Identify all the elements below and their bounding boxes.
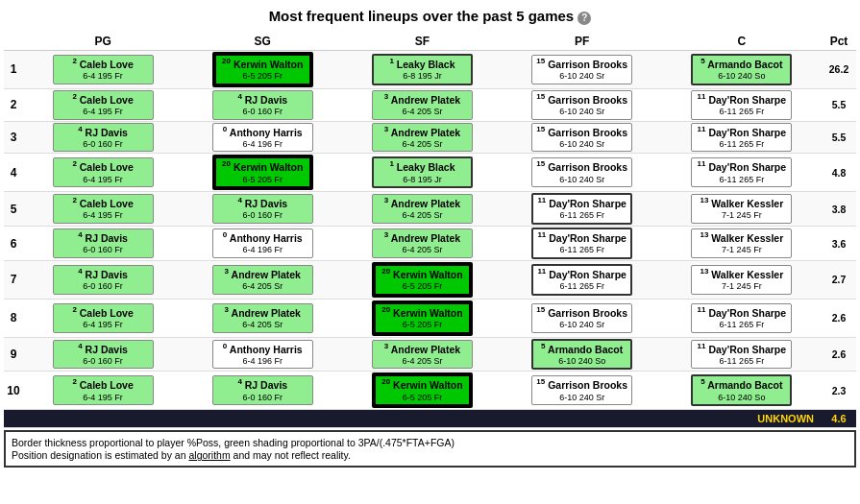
player-name: 0 Anthony Harris: [217, 230, 308, 245]
player-name: 13 Walker Kessler: [696, 230, 787, 245]
pct-cell: 26.2: [822, 51, 856, 89]
player-stats: 6-4 195 Fr: [58, 71, 149, 83]
player-stats: 6-0 160 Fr: [58, 281, 149, 293]
player-cell: 1 Leaky Black 6-8 195 Jr: [372, 156, 473, 188]
player-stats: 6-0 160 Fr: [58, 139, 149, 151]
player-stats: 6-4 195 Fr: [58, 320, 149, 331]
player-stats: 6-4 205 Sr: [377, 210, 468, 222]
sg-cell: 0 Anthony Harris 6-4 196 Fr: [183, 121, 342, 154]
player-name: 11 Day'Ron Sharpe: [537, 267, 627, 281]
c-cell: 11 Day'Ron Sharpe 6-11 265 Fr: [662, 121, 822, 154]
help-icon[interactable]: ?: [577, 12, 591, 25]
footer-label: UNKNOWN: [4, 410, 822, 428]
player-stats: 6-10 240 Sr: [536, 71, 627, 83]
player-name: 1 Leaky Black: [378, 57, 467, 71]
sg-cell: 20 Kerwin Walton 6-5 205 Fr: [183, 154, 342, 192]
player-cell: 3 Andrew Platek 6-4 205 Sr: [372, 228, 473, 258]
pg-cell: 2 Caleb Love 6-4 195 Fr: [23, 372, 183, 410]
pct-cell: 5.5: [822, 121, 856, 154]
player-cell: 11 Day'Ron Sharpe 6-11 265 Fr: [691, 303, 792, 333]
page-title: Most frequent lineups over the past 5 ga…: [4, 8, 856, 25]
player-name: 15 Garrison Brooks: [536, 92, 627, 107]
player-cell: 2 Caleb Love 6-4 195 Fr: [53, 90, 154, 120]
player-stats: 6-10 240 Sr: [536, 320, 627, 331]
player-stats: 6-0 160 Fr: [217, 107, 308, 118]
player-cell: 15 Garrison Brooks 6-10 240 Sr: [531, 123, 632, 153]
table-row: 10 2 Caleb Love 6-4 195 Fr 4 RJ Davis 6-…: [4, 372, 856, 410]
player-stats: 7-1 245 Fr: [696, 281, 787, 293]
sf-cell: 1 Leaky Black 6-8 195 Jr: [342, 154, 502, 192]
pct-cell: 5.5: [822, 88, 856, 121]
player-name: 11 Day'Ron Sharpe: [696, 342, 787, 356]
player-name: 11 Day'Ron Sharpe: [696, 125, 787, 139]
player-cell: 11 Day'Ron Sharpe 6-11 265 Fr: [691, 157, 792, 187]
player-name: 5 Armando Bacot: [697, 377, 786, 392]
main-container: Most frequent lineups over the past 5 ga…: [0, 0, 860, 471]
player-cell: 5 Armando Bacot 6-10 240 So: [691, 374, 792, 406]
sf-cell: 20 Kerwin Walton 6-5 205 Fr: [342, 260, 502, 299]
pf-cell: 15 Garrison Brooks 6-10 240 Sr: [503, 372, 662, 410]
sg-cell: 4 RJ Davis 6-0 160 Fr: [183, 192, 342, 227]
pf-cell: 11 Day'Ron Sharpe 6-11 265 Fr: [503, 227, 662, 261]
pf-cell: 15 Garrison Brooks 6-10 240 Sr: [503, 299, 662, 337]
player-stats: 6-4 205 Sr: [377, 107, 468, 118]
player-cell: 15 Garrison Brooks 6-10 240 Sr: [531, 375, 632, 405]
player-stats: 6-4 205 Sr: [377, 356, 468, 368]
player-stats: 6-4 195 Fr: [58, 175, 149, 186]
player-cell: 5 Armando Bacot 6-10 240 So: [531, 339, 632, 371]
player-stats: 6-4 205 Sr: [377, 245, 468, 256]
pg-cell: 2 Caleb Love 6-4 195 Fr: [23, 154, 183, 192]
player-cell: 4 RJ Davis 6-0 160 Fr: [53, 265, 154, 295]
player-cell: 13 Walker Kessler 7-1 245 Fr: [691, 228, 792, 258]
player-stats: 6-4 205 Sr: [217, 320, 308, 331]
pf-cell: 15 Garrison Brooks 6-10 240 Sr: [503, 154, 662, 192]
player-name: 4 RJ Davis: [58, 267, 149, 281]
player-cell: 11 Day'Ron Sharpe 6-11 265 Fr: [691, 340, 792, 370]
player-name: 15 Garrison Brooks: [536, 57, 627, 71]
player-name: 4 RJ Davis: [217, 196, 308, 210]
player-cell: 11 Day'Ron Sharpe 6-11 265 Fr: [531, 228, 632, 259]
player-cell: 3 Andrew Platek 6-4 205 Sr: [212, 265, 313, 295]
player-cell: 3 Andrew Platek 6-4 205 Sr: [372, 123, 473, 153]
player-stats: 6-11 265 Fr: [696, 175, 787, 186]
player-name: 5 Armando Bacot: [697, 57, 786, 71]
row-number: 4: [4, 154, 23, 192]
c-cell: 13 Walker Kessler 7-1 245 Fr: [662, 227, 822, 261]
table-row: 7 4 RJ Davis 6-0 160 Fr 3 Andrew Platek …: [4, 260, 856, 299]
sg-cell: 4 RJ Davis 6-0 160 Fr: [183, 88, 342, 121]
player-cell: 11 Day'Ron Sharpe 6-11 265 Fr: [691, 123, 792, 153]
player-name: 20 Kerwin Walton: [220, 159, 306, 174]
player-cell: 5 Armando Bacot 6-10 240 So: [691, 54, 792, 85]
c-cell: 11 Day'Ron Sharpe 6-11 265 Fr: [662, 154, 822, 192]
player-stats: 6-5 205 Fr: [380, 281, 465, 293]
row-number: 3: [4, 121, 23, 154]
player-name: 13 Walker Kessler: [696, 196, 787, 210]
player-cell: 0 Anthony Harris 6-4 196 Fr: [212, 123, 313, 153]
table-row: 1 2 Caleb Love 6-4 195 Fr 20 Kerwin Walt…: [4, 51, 856, 89]
player-stats: 6-11 265 Fr: [537, 210, 627, 222]
sf-cell: 3 Andrew Platek 6-4 205 Sr: [342, 88, 502, 121]
player-stats: 6-4 196 Fr: [217, 356, 308, 368]
pg-cell: 2 Caleb Love 6-4 195 Fr: [23, 299, 183, 337]
player-stats: 6-8 195 Jr: [378, 71, 467, 83]
player-cell: 2 Caleb Love 6-4 195 Fr: [53, 375, 154, 405]
note-2: Position designation is estimated by an …: [12, 449, 848, 461]
player-name: 5 Armando Bacot: [537, 342, 627, 356]
player-name: 3 Andrew Platek: [377, 230, 468, 245]
player-stats: 6-11 265 Fr: [696, 139, 787, 151]
sf-cell: 3 Andrew Platek 6-4 205 Sr: [342, 227, 502, 261]
col-header-num: [4, 33, 23, 51]
pf-cell: 15 Garrison Brooks 6-10 240 Sr: [503, 121, 662, 154]
c-cell: 11 Day'Ron Sharpe 6-11 265 Fr: [662, 88, 822, 121]
player-name: 20 Kerwin Walton: [380, 377, 465, 392]
player-cell: 3 Andrew Platek 6-4 205 Sr: [372, 194, 473, 224]
note-1: Border thickness proportional to player …: [12, 437, 848, 448]
player-cell: 15 Garrison Brooks 6-10 240 Sr: [531, 157, 632, 187]
sg-cell: 0 Anthony Harris 6-4 196 Fr: [183, 337, 342, 372]
player-name: 11 Day'Ron Sharpe: [537, 230, 627, 245]
player-stats: 6-0 160 Fr: [217, 393, 308, 404]
player-name: 20 Kerwin Walton: [380, 305, 465, 320]
table-row: 3 4 RJ Davis 6-0 160 Fr 0 Anthony Harris…: [4, 121, 856, 154]
player-cell: 3 Andrew Platek 6-4 205 Sr: [372, 90, 473, 120]
player-name: 2 Caleb Love: [58, 92, 149, 107]
